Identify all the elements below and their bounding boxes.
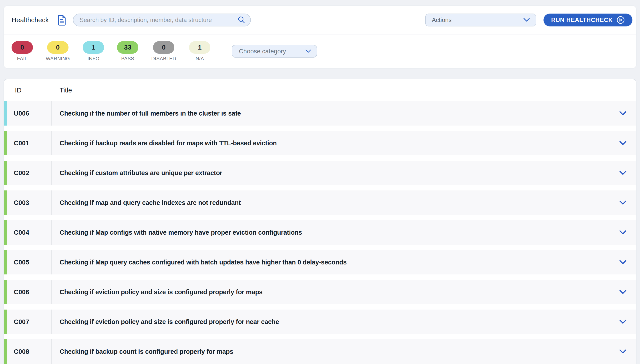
status-badge-label: WARNING [46,56,70,62]
table-row[interactable]: U006 Checking if the number of full memb… [4,101,636,126]
table-row[interactable]: C008 Checking if backup count is configu… [4,339,636,364]
status-badge: 0 WARNING [46,41,70,62]
row-expand-chevron-icon[interactable] [619,339,627,364]
table-row[interactable]: C002 Checking if custom attributes are u… [4,161,636,185]
row-status-bar [4,190,7,215]
row-expand-chevron-icon[interactable] [619,101,627,126]
status-badge-count: 0 [153,41,174,54]
healthcheck-table-card: ID Title U006 Checking if the number of … [4,79,636,364]
row-id: C008 [7,339,52,364]
row-expand-chevron-icon[interactable] [619,280,627,304]
status-badge: 33 PASS [117,41,138,62]
play-circle-icon [616,16,625,24]
row-expand-chevron-icon[interactable] [619,190,627,215]
row-status-bar [4,339,7,364]
table-row[interactable]: C006 Checking if eviction policy and siz… [4,280,636,304]
toolbar-card: Healthcheck Actions [4,6,636,68]
status-badge-count: 0 [47,41,69,54]
row-id: C007 [7,310,52,334]
run-healthcheck-label: RUN HEALTHCHECK [551,17,613,24]
table-row[interactable]: C007 Checking if eviction policy and siz… [4,310,636,334]
row-title: Checking if custom attributes are unique… [52,161,619,185]
status-badges: 0 FAIL 0 WARNING 1 INFO 33 PASS 0 DISABL… [12,41,210,62]
search-input[interactable] [80,17,238,24]
table-row[interactable]: C003 Checking if map and query cache ind… [4,190,636,215]
row-id: U006 [7,101,52,126]
row-title: Checking if Map query caches configured … [52,250,619,274]
status-badge-label: DISABLED [151,56,176,62]
row-status-bar [4,101,7,126]
status-badge-label: PASS [121,56,134,62]
row-title: Checking if eviction policy and size is … [52,310,619,334]
status-badge-count: 1 [83,41,104,54]
row-expand-chevron-icon[interactable] [619,220,627,245]
row-title: Checking if map and query cache indexes … [52,190,619,215]
row-id: C002 [7,161,52,185]
search-icon[interactable] [238,16,246,24]
row-title: Checking if backup count is configured p… [52,339,619,364]
table-row[interactable]: C005 Checking if Map query caches config… [4,250,636,274]
page-title: Healthcheck [12,16,49,24]
status-badge: 0 DISABLED [151,41,176,62]
status-badge-label: FAIL [17,56,28,62]
status-badge-label: INFO [87,56,99,62]
search-box [73,14,251,26]
column-header-id: ID [15,86,60,94]
row-status-bar [4,250,7,274]
category-dropdown[interactable]: Choose category [232,45,317,58]
status-badge: 1 N/A [189,41,210,62]
table-header: ID Title [4,79,636,101]
row-id: C003 [7,190,52,215]
row-status-bar [4,131,7,155]
chevron-down-icon [305,49,312,54]
chevron-down-icon [523,18,531,22]
row-id: C004 [7,220,52,245]
summary-row: 0 FAIL 0 WARNING 1 INFO 33 PASS 0 DISABL… [4,34,636,68]
row-status-bar [4,310,7,334]
row-status-bar [4,220,7,245]
status-badge-count: 33 [117,41,138,54]
status-badge: 1 INFO [83,41,104,62]
status-badge-count: 1 [189,41,210,54]
row-title: Checking if the number of full members i… [52,101,619,126]
row-id: C001 [7,131,52,155]
status-badge: 0 FAIL [12,41,33,62]
run-healthcheck-button[interactable]: RUN HEALTHCHECK [543,14,632,26]
actions-dropdown-label: Actions [432,17,452,24]
table-row[interactable]: C004 Checking if Map configs with native… [4,220,636,245]
row-expand-chevron-icon[interactable] [619,161,627,185]
actions-dropdown[interactable]: Actions [425,14,536,26]
row-title: Checking if backup reads are disabled fo… [52,131,619,155]
header-row: Healthcheck Actions [4,6,636,34]
row-expand-chevron-icon[interactable] [619,131,627,155]
category-dropdown-label: Choose category [239,48,286,55]
row-status-bar [4,280,7,304]
status-badge-label: N/A [196,56,204,62]
column-header-title: Title [60,86,72,94]
row-title: Checking if Map configs with native memo… [52,220,619,245]
row-id: C006 [7,280,52,304]
row-title: Checking if eviction policy and size is … [52,280,619,304]
healthcheck-table-body: U006 Checking if the number of full memb… [4,101,636,364]
row-id: C005 [7,250,52,274]
row-expand-chevron-icon[interactable] [619,250,627,274]
row-expand-chevron-icon[interactable] [619,310,627,334]
table-row[interactable]: C001 Checking if backup reads are disabl… [4,131,636,155]
document-icon [57,14,67,26]
row-status-bar [4,161,7,185]
status-badge-count: 0 [12,41,33,54]
